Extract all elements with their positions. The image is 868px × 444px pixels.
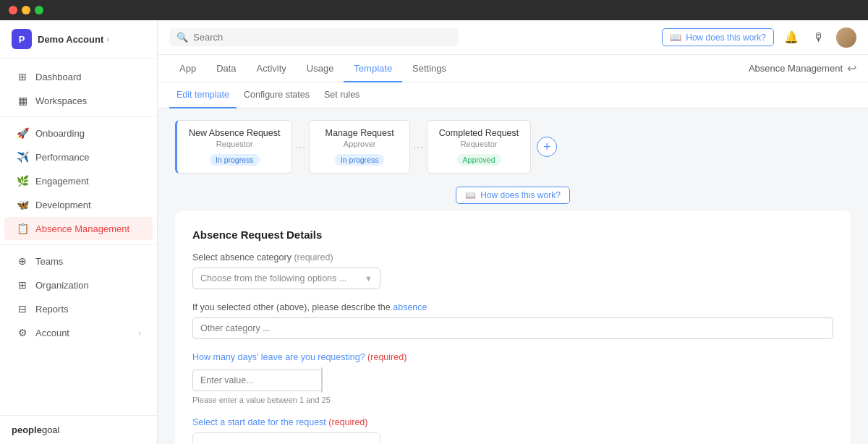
how-works-center-label: How does this work? (480, 190, 561, 200)
decrement-button[interactable]: ▼ (322, 380, 323, 392)
dashboard-icon: ⊞ (16, 70, 29, 83)
workspaces-icon: ▦ (16, 94, 29, 107)
performance-icon: ✈️ (16, 150, 29, 163)
page-context-label: Absence Management (749, 63, 843, 74)
page-tabs: App Data Activity Usage Template Setting… (158, 55, 868, 82)
top-bar: 🔍 📖 How does this work? 🔔 🎙 (158, 20, 868, 55)
workflow-area: New Absence Request Requestor In progres… (158, 108, 868, 182)
sidebar-item-account[interactable]: ⚙ Account › (4, 321, 153, 344)
other-description-input[interactable] (192, 317, 833, 339)
sidebar-item-onboarding[interactable]: 🚀 Onboarding (4, 121, 153, 145)
number-spinners: ▲ ▼ (321, 367, 323, 393)
onboarding-icon: 🚀 (16, 127, 29, 140)
sidebar-item-label: Reports (35, 304, 69, 315)
tab-usage[interactable]: Usage (297, 55, 344, 82)
stage-role: Requestor (461, 140, 498, 148)
absence-management-icon: 📋 (16, 222, 29, 235)
stage-role: Requestor (216, 140, 253, 148)
teams-icon: ⊕ (16, 255, 29, 268)
page-context-reload-icon[interactable]: ↩ (847, 61, 856, 75)
form-field-absence-category: Select absence category (required) Choos… (192, 252, 833, 289)
how-does-this-work-button[interactable]: 📖 How does this work? (662, 28, 774, 46)
subtab-configure-states[interactable]: Configure states (237, 82, 317, 108)
sidebar-item-development[interactable]: 🦋 Development (4, 193, 153, 216)
sidebar-item-label: Absence Management (35, 223, 129, 234)
field-label-other-description: If you selected other (above), please de… (192, 302, 833, 312)
field-hint-days-leave: Please enter a value between 1 and 25 (192, 396, 833, 404)
maximize-button[interactable] (35, 6, 43, 14)
help-center-icon: 📖 (465, 190, 476, 200)
sidebar-item-engagement[interactable]: 🌿 Engagement (4, 169, 153, 192)
title-bar (0, 0, 868, 20)
stage-role: Approver (344, 140, 376, 148)
search-input[interactable] (193, 32, 451, 43)
dropdown-arrow-icon: ▼ (365, 274, 373, 283)
notifications-icon[interactable]: 🔔 (781, 27, 801, 48)
minimize-button[interactable] (22, 6, 30, 14)
sidebar-item-label: Dashboard (35, 72, 82, 82)
user-avatar[interactable] (836, 27, 856, 48)
traffic-lights (9, 6, 43, 14)
sidebar-item-label: Engagement (35, 176, 89, 187)
workflow-stage-completed-request[interactable]: Completed Request Requestor Approved (427, 120, 531, 174)
increment-button[interactable]: ▲ (322, 368, 323, 380)
sub-tabs: Edit template Configure states Set rules (158, 82, 868, 108)
stage-title: New Absence Request (189, 128, 280, 138)
account-icon: P (12, 29, 32, 49)
sidebar-item-dashboard[interactable]: ⊞ Dashboard (4, 65, 153, 88)
search-bar[interactable]: 🔍 (169, 28, 459, 46)
sidebar-item-workspaces[interactable]: ▦ Workspaces (4, 89, 153, 112)
subtab-edit-template[interactable]: Edit template (169, 82, 237, 108)
calendar-header: ‹ July 2021 › (200, 440, 373, 444)
absence-category-dropdown[interactable]: Choose from the following options ... ▼ (192, 268, 380, 289)
calendar-prev-button[interactable]: ‹ (200, 440, 213, 444)
mic-icon[interactable]: 🎙 (809, 27, 829, 48)
form-field-start-date: Select a start date for the request (req… (192, 417, 833, 444)
form-field-days-leave: How many days' leave are you requesting?… (192, 352, 833, 404)
sidebar-item-label: Organization (35, 280, 89, 291)
field-label-days-leave: How many days' leave are you requesting?… (192, 352, 833, 362)
account-name: Demo Account (38, 34, 103, 45)
field-label-absence-category: Select absence category (required) (192, 252, 833, 262)
sidebar-item-label: Workspaces (35, 95, 87, 106)
add-stage-button[interactable]: + (537, 137, 557, 157)
how-does-this-work-center-button[interactable]: 📖 How does this work? (456, 187, 570, 204)
help-icon: 📖 (670, 32, 681, 43)
main-content: 🔍 📖 How does this work? 🔔 🎙 App Data (158, 20, 868, 444)
dropdown-value: Choose from the following options ... (200, 273, 346, 283)
sidebar-item-performance[interactable]: ✈️ Performance (4, 145, 153, 168)
top-bar-right: 📖 How does this work? 🔔 🎙 (662, 27, 856, 48)
how-works-center: 📖 How does this work? (158, 187, 868, 204)
days-leave-input[interactable] (192, 370, 321, 391)
subtab-set-rules[interactable]: Set rules (317, 82, 367, 108)
how-works-label: How does this work? (686, 33, 766, 43)
tab-settings[interactable]: Settings (402, 55, 456, 82)
sidebar-footer: peoplegoal (0, 415, 157, 444)
stage-badge: In progress (210, 154, 260, 166)
sidebar-item-label: Account (35, 328, 69, 338)
sidebar-item-reports[interactable]: ⊟ Reports (4, 297, 153, 320)
calendar-next-button[interactable]: › (360, 440, 373, 444)
sidebar-item-label: Teams (35, 256, 63, 267)
form-section: Absence Request Details Select absence c… (175, 211, 851, 444)
form-title: Absence Request Details (192, 229, 833, 241)
development-icon: 🦋 (16, 198, 29, 211)
connector: ··· (295, 141, 306, 153)
tab-data[interactable]: Data (206, 55, 246, 82)
workflow-stage-manage-request[interactable]: Manage Request Approver In progress (309, 120, 410, 174)
sidebar-item-absence-management[interactable]: 📋 Absence Management (4, 217, 153, 240)
tab-activity[interactable]: Activity (247, 55, 297, 82)
close-button[interactable] (9, 6, 17, 14)
sidebar-item-organization[interactable]: ⊞ Organization (4, 273, 153, 296)
divider (0, 116, 157, 117)
calendar: ‹ July 2021 › (192, 432, 380, 444)
sidebar-item-label: Development (35, 200, 91, 210)
workflow-stage-new-absence-request[interactable]: New Absence Request Requestor In progres… (175, 120, 292, 174)
tab-app[interactable]: App (169, 55, 206, 82)
sidebar-item-teams[interactable]: ⊕ Teams (4, 249, 153, 273)
sidebar-item-label: Performance (35, 152, 89, 163)
form-field-other-description: If you selected other (above), please de… (192, 302, 833, 339)
stage-badge: Approved (457, 154, 501, 166)
tab-template[interactable]: Template (344, 55, 402, 82)
account-switcher[interactable]: P Demo Account › (0, 20, 157, 59)
